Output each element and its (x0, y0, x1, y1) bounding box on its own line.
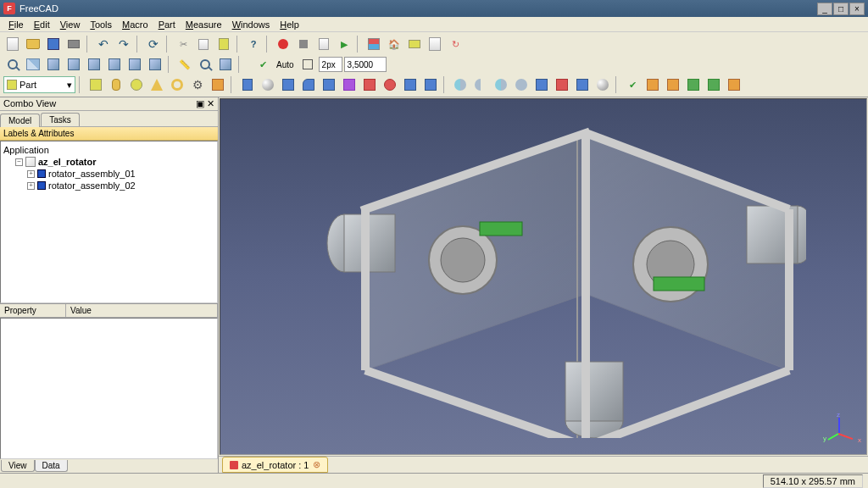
part-fillet-button[interactable] (299, 75, 318, 94)
left-view-button[interactable] (146, 55, 164, 74)
print-button[interactable] (64, 35, 83, 53)
img4-button[interactable] (426, 35, 444, 53)
tab-model[interactable]: Model (0, 114, 40, 127)
part-boolean-button[interactable] (451, 75, 470, 94)
close-button[interactable]: × (849, 3, 865, 15)
menu-windows[interactable]: Windows (227, 19, 275, 30)
document-tab[interactable]: az_el_rotator : 1 ⊗ (222, 457, 328, 473)
workbench-label: Part (19, 80, 36, 90)
part-primitives-button[interactable]: ⚙ (188, 75, 207, 94)
menu-file[interactable]: File (3, 19, 29, 30)
part-cylinder-button[interactable] (107, 75, 125, 94)
zoom-button[interactable] (196, 55, 214, 74)
part-builder-button[interactable] (209, 75, 227, 94)
tree-item-2[interactable]: + rotator_assembly_02 (3, 180, 214, 191)
prop-header-value[interactable]: Value (66, 304, 218, 317)
expander-icon[interactable]: − (15, 158, 23, 166)
part-cut-button[interactable] (471, 75, 490, 94)
tab-tasks[interactable]: Tasks (41, 113, 80, 126)
minimize-button[interactable]: _ (817, 3, 832, 15)
part-sphere-button[interactable] (127, 75, 146, 94)
axonometric-button[interactable] (24, 55, 42, 74)
mx3-button[interactable] (684, 75, 703, 94)
menu-macro[interactable]: Macro (117, 19, 153, 30)
fit-all-button[interactable] (3, 55, 22, 74)
right-view-button[interactable] (85, 55, 103, 74)
expander-icon[interactable]: + (27, 170, 35, 178)
maximize-button[interactable]: □ (833, 3, 849, 15)
part-torus-button[interactable] (168, 75, 186, 94)
part-sweep-button[interactable] (381, 75, 399, 94)
top-view-button[interactable] (64, 55, 83, 74)
img5-button[interactable]: ↻ (446, 35, 465, 53)
mx1-button[interactable] (643, 75, 662, 94)
menu-help[interactable]: Help (275, 19, 304, 30)
tree-document[interactable]: − az_el_rotator (3, 156, 214, 168)
open-file-button[interactable] (24, 35, 42, 53)
panel-dock-icon[interactable]: ▣ ✕ (196, 98, 214, 109)
value-input[interactable] (344, 57, 387, 72)
mx4-button[interactable] (704, 75, 723, 94)
macros-button[interactable] (314, 35, 333, 53)
part-thickness-button[interactable] (421, 75, 440, 94)
property-list[interactable] (0, 318, 218, 459)
part-cone-button[interactable] (147, 75, 166, 94)
img3-button[interactable] (405, 35, 424, 53)
menu-view[interactable]: View (55, 19, 86, 30)
front-view-button[interactable] (44, 55, 63, 74)
part-revolve-button[interactable] (259, 75, 277, 94)
menu-tools[interactable]: Tools (85, 19, 117, 30)
doc-tab-close-button[interactable]: ⊗ (313, 459, 320, 470)
part-common-button[interactable] (512, 75, 531, 94)
part-mirror-button[interactable] (279, 75, 298, 94)
record-macro-button[interactable] (274, 35, 292, 53)
part-fuse-button[interactable] (492, 75, 510, 94)
part-ext2-button[interactable] (553, 75, 571, 94)
tree-root[interactable]: Application (3, 144, 214, 156)
part-box-button[interactable] (86, 75, 105, 94)
cut-button[interactable]: ✂ (174, 35, 192, 53)
refresh-button[interactable]: ⟳ (144, 35, 163, 53)
check-geom-button[interactable]: ✔ (623, 75, 642, 94)
model-tree[interactable]: Application − az_el_rotator + rotator_as… (0, 141, 218, 303)
part-offset-button[interactable] (401, 75, 420, 94)
3d-viewport[interactable]: z x y (220, 98, 867, 455)
menu-measure[interactable]: Measure (181, 19, 227, 30)
part-section-button[interactable] (573, 75, 592, 94)
px-square-button[interactable] (298, 55, 317, 74)
redo-button[interactable]: ↷ (114, 35, 133, 53)
tree-item-1[interactable]: + rotator_assembly_01 (3, 168, 214, 180)
whatsthis-button[interactable]: ? (244, 35, 263, 53)
stop-macro-button[interactable] (294, 35, 313, 53)
nav-checkbox[interactable]: ✔ (253, 55, 272, 74)
save-file-button[interactable] (44, 35, 63, 53)
undo-button[interactable]: ↶ (94, 35, 113, 53)
part-loft-button[interactable] (360, 75, 379, 94)
img1-button[interactable] (364, 35, 383, 53)
part-ext1-button[interactable] (532, 75, 551, 94)
bottom-view-button[interactable] (125, 55, 144, 74)
menu-edit[interactable]: Edit (29, 19, 55, 30)
rear-view-button[interactable] (105, 55, 124, 74)
img2-button[interactable]: 🏠 (385, 35, 403, 53)
drawstyle-button[interactable] (216, 55, 235, 74)
app-title: FreeCAD (19, 3, 817, 14)
menu-part[interactable]: Part (153, 19, 181, 30)
paste-button[interactable] (214, 35, 233, 53)
mx5-button[interactable] (725, 75, 743, 94)
part-chamfer-button[interactable] (320, 75, 338, 94)
workbench-selector[interactable]: Part ▾ (3, 76, 75, 93)
expander-icon[interactable]: + (27, 182, 35, 190)
run-macro-button[interactable]: ▶ (335, 35, 353, 53)
tab-data[interactable]: Data (35, 460, 68, 472)
new-file-button[interactable] (3, 35, 22, 53)
part-extrude-button[interactable] (238, 75, 257, 94)
part-cross-button[interactable] (593, 75, 612, 94)
prop-header-property[interactable]: Property (0, 304, 66, 317)
px-input[interactable] (319, 57, 342, 72)
measure-button[interactable]: 📏 (175, 55, 194, 74)
part-ruled-button[interactable] (340, 75, 359, 94)
tab-view[interactable]: View (1, 460, 35, 472)
mx2-button[interactable] (664, 75, 682, 94)
copy-button[interactable] (194, 35, 213, 53)
